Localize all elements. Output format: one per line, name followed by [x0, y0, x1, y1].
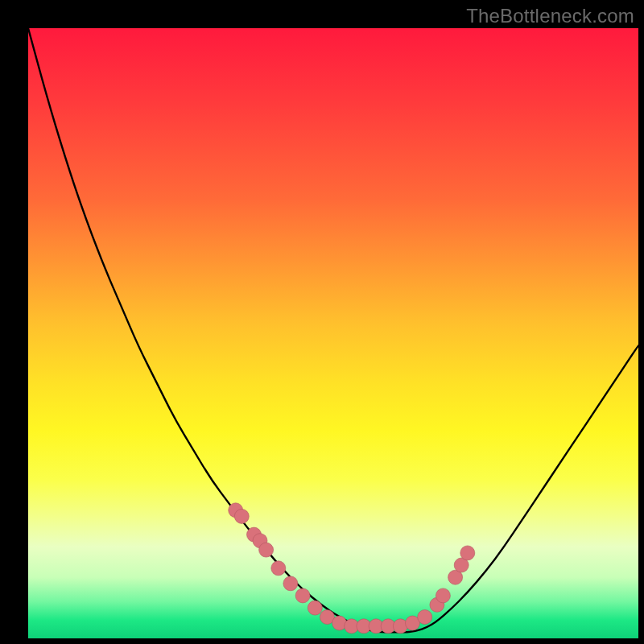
chart-frame: TheBottleneck.com: [0, 0, 644, 644]
data-point: [271, 561, 286, 576]
data-point: [259, 543, 274, 557]
data-point: [283, 576, 298, 591]
watermark-text: TheBottleneck.com: [466, 5, 634, 27]
data-point: [418, 610, 432, 625]
data-point: [295, 588, 310, 603]
data-point: [436, 588, 450, 603]
data-point: [234, 509, 249, 523]
data-points-group: [229, 503, 475, 634]
bottleneck-curve-svg: [28, 28, 638, 638]
data-point: [308, 601, 322, 615]
data-point: [460, 546, 475, 560]
bottleneck-curve: [28, 28, 638, 632]
plot-area: [28, 28, 638, 638]
